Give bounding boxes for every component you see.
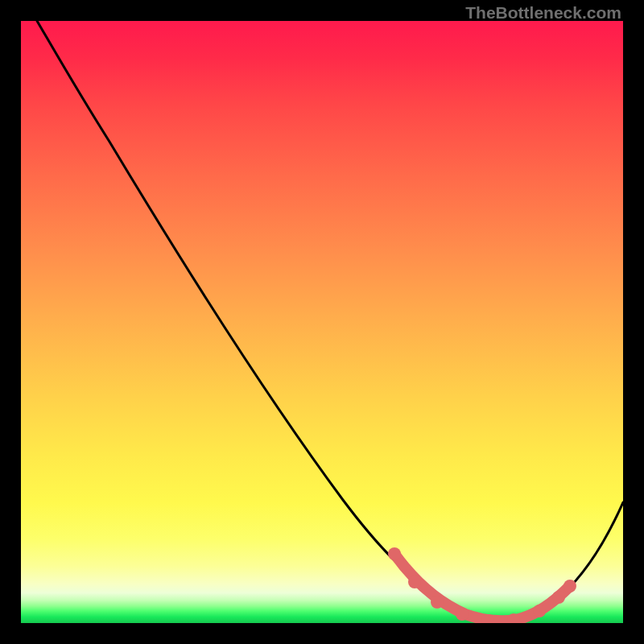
watermark-text: TheBottleneck.com xyxy=(465,3,621,23)
svg-point-6 xyxy=(533,605,546,617)
plot-inner xyxy=(21,21,623,623)
svg-point-1 xyxy=(408,576,421,588)
chart-stage: TheBottleneck.com xyxy=(0,0,644,644)
svg-point-0 xyxy=(388,547,401,560)
curve-overlay xyxy=(21,21,623,623)
bottleneck-curve-path xyxy=(37,21,623,621)
svg-point-3 xyxy=(456,608,469,621)
svg-point-2 xyxy=(431,596,444,609)
svg-point-8 xyxy=(564,580,576,592)
svg-point-7 xyxy=(552,591,565,604)
